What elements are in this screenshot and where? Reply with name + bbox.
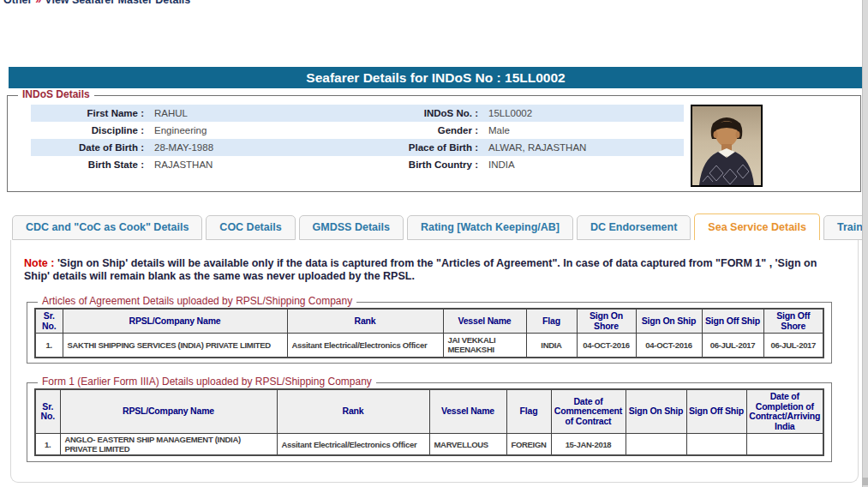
cell-sign-on-shore: 04-OCT-2016 — [577, 334, 636, 358]
cell-date-of-commencement: 15-JAN-2018 — [551, 434, 626, 456]
date-of-birth-label: Date of Birth : — [31, 139, 149, 156]
form1-fieldset: Form 1 (Earlier Form IIIA) Details uploa… — [27, 382, 832, 462]
indos-details-legend: INDoS Details — [18, 88, 94, 100]
col-header-date-of-commencement: Date of Commencement of Contract — [551, 389, 626, 434]
cell-rank: Assitant Electrical/Electronics Officer — [277, 434, 429, 456]
cell-sign-on-ship: 04-OCT-2016 — [636, 334, 702, 358]
cell-rank: Assitant Electrical/Electronics Officer — [287, 334, 443, 358]
scrollbar-corner — [862, 478, 868, 485]
cell-vessel-name: JAI VEKKALI MEENAKSHI — [443, 334, 526, 358]
vertical-scrollbar[interactable] — [862, 0, 868, 487]
cell-sign-off-shore: 06-JUL-2017 — [763, 334, 823, 358]
col-header-sign-off-ship: Sign Off Ship — [702, 309, 763, 334]
date-of-birth-value: 28-MAY-1988 — [149, 139, 385, 156]
col-header-rpsl-company-name: RPSL/Company Name — [63, 309, 287, 334]
cell-sr-no: 1. — [35, 334, 63, 358]
cell-sign-off-ship: 06-JUL-2017 — [702, 334, 763, 358]
tab-coc-details[interactable]: COC Details — [206, 215, 295, 240]
col-header-flag: Flag — [526, 309, 577, 334]
col-header-sr-no: Sr. No. — [35, 389, 60, 434]
col-header-rpsl-company-name: RPSL/Company Name — [60, 389, 277, 434]
cell-sign-on-ship — [626, 434, 686, 456]
gender-value: Male — [483, 122, 684, 139]
cell-sr-no: 1. — [35, 434, 60, 456]
indos-row: Discipline : Engineering Gender : Male — [31, 122, 684, 139]
seafarer-photo — [691, 105, 763, 187]
indos-details-grid: First Name : RAHUL INDoS No. : 15LL0002 … — [31, 105, 684, 173]
indos-row: Birth State : RAJASTHAN Birth Country : … — [31, 156, 684, 173]
birth-state-value: RAJASTHAN — [149, 156, 385, 173]
indos-row: First Name : RAHUL INDoS No. : 15LL0002 — [31, 105, 684, 122]
seafarer-details-page: Other»View Seafarer Master Details Seafa… — [0, 0, 868, 487]
table-row: 1. ANGLO- EASTERN SHIP MANAGEMENT (INDIA… — [35, 434, 823, 456]
articles-table: Sr. No. RPSL/Company Name Rank Vessel Na… — [34, 308, 824, 358]
col-header-sign-on-shore: Sign On Shore — [577, 309, 636, 334]
gender-label: Gender : — [385, 122, 483, 139]
form1-table: Sr. No. RPSL/Company Name Rank Vessel Na… — [34, 388, 824, 456]
col-header-vessel-name: Vessel Name — [429, 389, 506, 434]
tab-sea-service-details[interactable]: Sea Service Details — [694, 213, 820, 240]
tab-gmdss-details[interactable]: GMDSS Details — [299, 215, 404, 240]
birth-country-label: Birth Country : — [385, 156, 483, 173]
cell-vessel-name: MARVELLOUS — [429, 434, 506, 456]
breadcrumb: Other»View Seafarer Master Details — [3, 0, 190, 6]
col-header-sign-on-ship: Sign On Ship — [636, 309, 702, 334]
tab-dc-endorsement[interactable]: DC Endorsement — [577, 215, 691, 240]
breadcrumb-separator-icon: » — [32, 0, 45, 6]
col-header-sign-on-ship: Sign On Ship — [626, 389, 686, 434]
tab-cdc-coc-as-cook-details[interactable]: CDC and "CoC as Cook" Details — [12, 215, 202, 240]
sea-service-details-panel: Note : 'Sign on Ship' details will be av… — [10, 240, 859, 483]
first-name-value: RAHUL — [149, 105, 385, 122]
first-name-label: First Name : — [31, 105, 149, 122]
col-header-sign-off-ship: Sign Off Ship — [686, 389, 746, 434]
col-header-date-of-completion: Date of Completion of Contract/Arriving … — [746, 389, 823, 434]
tab-strip: CDC and "CoC as Cook" Details COC Detail… — [12, 213, 868, 240]
discipline-label: Discipline : — [31, 122, 149, 139]
articles-header-row: Sr. No. RPSL/Company Name Rank Vessel Na… — [35, 309, 823, 334]
articles-of-agreement-fieldset: Articles of Agreement Details uploaded b… — [27, 302, 832, 364]
form1-header-row: Sr. No. RPSL/Company Name Rank Vessel Na… — [35, 389, 823, 434]
tab-rating-watch-keeping-ab[interactable]: Rating [Watch Keeping/AB] — [407, 215, 573, 240]
cell-flag: FOREIGN — [506, 434, 551, 456]
indos-no-label: INDoS No. : — [385, 105, 483, 122]
note-label: Note : — [24, 257, 54, 269]
col-header-rank: Rank — [287, 309, 443, 334]
cell-sign-off-ship — [686, 434, 746, 456]
articles-legend: Articles of Agreement Details uploaded b… — [38, 295, 356, 307]
note-text: Note : 'Sign on Ship' details will be av… — [24, 257, 838, 283]
cell-flag: INDIA — [526, 334, 577, 358]
col-header-sign-off-shore: Sign Off Shore — [763, 309, 823, 334]
breadcrumb-current-page: View Seafarer Master Details — [45, 0, 190, 6]
cell-rpsl-company-name: SAKTHI SHIPPING SERVICES (INDIA) PRIVATE… — [63, 334, 287, 358]
col-header-vessel-name: Vessel Name — [443, 309, 526, 334]
indos-no-value: 15LL0002 — [483, 105, 684, 122]
discipline-value: Engineering — [149, 122, 385, 139]
table-row: 1. SAKTHI SHIPPING SERVICES (INDIA) PRIV… — [35, 334, 823, 358]
note-body: 'Sign on Ship' details will be available… — [24, 257, 817, 282]
page-title: Seafarer Details for INDoS No : 15LL0002 — [9, 67, 863, 88]
cell-date-of-completion — [746, 434, 823, 456]
indos-row: Date of Birth : 28-MAY-1988 Place of Bir… — [31, 139, 684, 156]
col-header-rank: Rank — [277, 389, 429, 434]
col-header-sr-no: Sr. No. — [35, 309, 63, 334]
place-of-birth-value: ALWAR, RAJASTHAN — [483, 139, 684, 156]
birth-country-value: INDIA — [483, 156, 684, 173]
col-header-flag: Flag — [506, 389, 551, 434]
birth-state-label: Birth State : — [31, 156, 149, 173]
breadcrumb-section[interactable]: Other — [3, 0, 32, 6]
cell-rpsl-company-name: ANGLO- EASTERN SHIP MANAGEMENT (INDIA) P… — [60, 434, 277, 456]
place-of-birth-label: Place of Birth : — [385, 139, 483, 156]
form1-legend: Form 1 (Earlier Form IIIA) Details uploa… — [38, 376, 376, 388]
